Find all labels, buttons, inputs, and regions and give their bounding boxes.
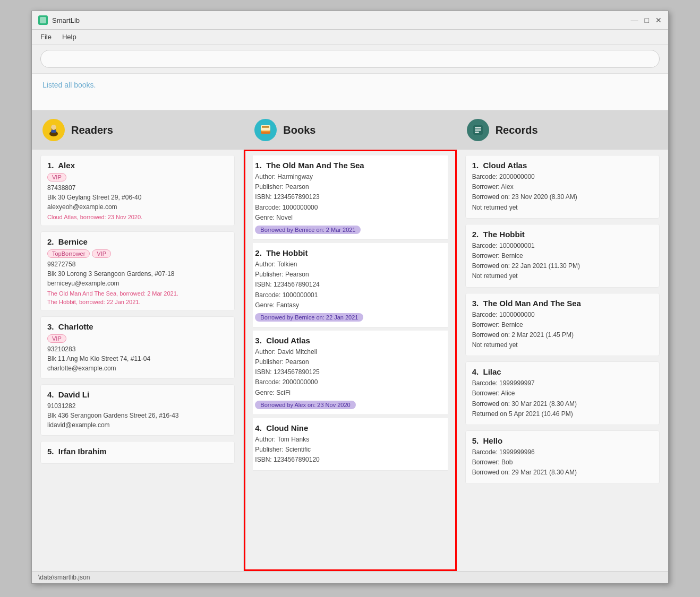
book-card: 3. Cloud Atlas Author: David Mitchell Pu… [253, 331, 447, 415]
record-card: 2. The Hobbit Barcode: 1000000001 Borrow… [465, 224, 660, 288]
reader-card: 4. David Li 91031282 Blk 436 Serangoon G… [40, 384, 235, 436]
col-header-readers: Readers [32, 116, 244, 144]
record-card: 5. Hello Barcode: 1999999996 Borrower: B… [465, 430, 660, 484]
svg-rect-13 [475, 132, 479, 133]
title-bar: SmartLib — □ ✕ [32, 11, 668, 30]
book-info: Author: David Mitchell Publisher: Pearso… [255, 347, 445, 398]
reader-badges: VIP [47, 333, 228, 344]
columns-header: Readers Books [32, 110, 668, 150]
book-title: 4. Cloud Nine [255, 423, 445, 432]
book-info: Author: Tolkien Publisher: Pearson ISBN:… [255, 259, 445, 310]
menu-bar: File Help [32, 30, 668, 45]
window-controls: — □ ✕ [631, 16, 662, 24]
books-icon [254, 119, 277, 141]
svg-rect-0 [40, 17, 46, 23]
record-card: 4. Lilac Barcode: 1999999997 Borrower: A… [465, 361, 660, 425]
footer-bar: \data\smartlib.json [32, 571, 668, 583]
menu-help[interactable]: Help [62, 33, 76, 41]
record-title: 2. The Hobbit [472, 230, 653, 239]
borrowed-text: Cloud Atlas, borrowed: 23 Nov 2020. [47, 214, 228, 220]
records-column: 1. Cloud Atlas Barcode: 2000000000 Borro… [457, 150, 668, 571]
borrowed-badge: Borrowed by Bernice on: 22 Jan 2021 [255, 313, 363, 322]
record-title: 4. Lilac [472, 367, 653, 376]
record-title: 1. Cloud Atlas [472, 161, 653, 170]
reader-info: 99272758 Blk 30 Lorong 3 Serangoon Garde… [47, 259, 228, 288]
reader-info: 93210283 Blk 11 Ang Mo Kio Street 74, #1… [47, 344, 228, 373]
record-card: 3. The Old Man And The Sea Barcode: 1000… [465, 293, 660, 357]
book-info: Author: Tom Hanks Publisher: Scientific … [255, 435, 445, 465]
reader-name: 3. Charlotte [47, 322, 228, 331]
book-info: Author: Harmingway Publisher: Pearson IS… [255, 172, 445, 223]
menu-file[interactable]: File [40, 33, 52, 41]
status-area: Listed all books. [32, 73, 668, 110]
title-bar-left: SmartLib [38, 15, 80, 25]
reader-card: 3. Charlotte VIP 93210283 Blk 11 Ang Mo … [40, 316, 235, 379]
book-card: 4. Cloud Nine Author: Tom Hanks Publishe… [253, 418, 447, 471]
svg-rect-9 [262, 127, 269, 128]
book-card: 2. The Hobbit Author: Tolkien Publisher:… [253, 243, 447, 327]
record-info: Barcode: 1000000000 Borrower: Bernice Bo… [472, 310, 653, 351]
records-icon [467, 119, 489, 141]
badge-vip: VIP [47, 334, 66, 343]
reader-name: 1. Alex [47, 161, 228, 170]
columns-body: 1. Alex VIP 87438807 Blk 30 Geylang Stre… [32, 150, 668, 571]
borrowed-badge: Borrowed by Alex on: 23 Nov 2020 [255, 401, 355, 409]
maximize-button[interactable]: □ [645, 16, 649, 24]
main-window: SmartLib — □ ✕ File Help Listed all book… [31, 11, 669, 584]
reader-badges: TopBorrowerVIP [47, 248, 228, 259]
app-icon [38, 15, 48, 25]
reader-badges: VIP [47, 172, 228, 183]
badge-vip: VIP [92, 249, 111, 258]
col-header-records: Records [456, 116, 668, 144]
record-title: 3. The Old Man And The Sea [472, 299, 653, 308]
search-input[interactable] [40, 50, 660, 68]
books-label: Books [283, 124, 315, 136]
status-text: Listed all books. [42, 81, 96, 89]
book-card: 1. The Old Man And The Sea Author: Harmi… [253, 155, 447, 240]
borrowed-text: The Old Man And The Sea, borrowed: 2 Mar… [47, 290, 228, 297]
reader-name: 2. Bernice [47, 237, 228, 246]
badge-topborrower: TopBorrower [47, 249, 90, 258]
record-info: Barcode: 2000000000 Borrower: Alex Borro… [472, 172, 653, 213]
search-bar-area [32, 45, 668, 73]
reader-name: 4. David Li [47, 390, 228, 399]
record-info: Barcode: 1000000001 Borrower: Bernice Bo… [472, 241, 653, 282]
minimize-button[interactable]: — [631, 16, 638, 24]
svg-rect-12 [475, 129, 481, 131]
col-header-books: Books [244, 116, 456, 144]
reader-card: 1. Alex VIP 87438807 Blk 30 Geylang Stre… [40, 155, 235, 226]
record-card: 1. Cloud Atlas Barcode: 2000000000 Borro… [465, 155, 660, 219]
svg-rect-4 [51, 130, 56, 133]
book-title: 3. Cloud Atlas [255, 336, 445, 345]
record-info: Barcode: 1999999997 Borrower: Alice Borr… [472, 378, 653, 419]
readers-icon [42, 119, 65, 141]
reader-card: 2. Bernice TopBorrowerVIP 99272758 Blk 3… [40, 231, 235, 311]
records-label: Records [496, 124, 538, 136]
reader-name: 5. Irfan Ibrahim [47, 447, 228, 456]
readers-column: 1. Alex VIP 87438807 Blk 30 Geylang Stre… [32, 150, 244, 571]
books-column: 1. The Old Man And The Sea Author: Harmi… [244, 150, 456, 571]
footer-path: \data\smartlib.json [38, 574, 90, 581]
book-title: 2. The Hobbit [255, 248, 445, 257]
svg-rect-8 [262, 126, 269, 127]
close-button[interactable]: ✕ [655, 16, 662, 24]
app-title: SmartLib [52, 16, 80, 24]
svg-rect-11 [475, 127, 481, 128]
borrowed-text: The Hobbit, borrowed: 22 Jan 2021. [47, 299, 228, 305]
borrowed-badge: Borrowed by Bernice on: 2 Mar 2021 [255, 226, 361, 234]
reader-info: 87438807 Blk 30 Geylang Street 29, #06-4… [47, 183, 228, 212]
reader-card: 5. Irfan Ibrahim [40, 441, 235, 464]
reader-info: 91031282 Blk 436 Serangoon Gardens Stree… [47, 401, 228, 430]
readers-label: Readers [71, 124, 113, 136]
svg-point-3 [51, 125, 56, 130]
book-title: 1. The Old Man And The Sea [255, 161, 445, 170]
record-info: Barcode: 1999999996 Borrower: Bob Borrow… [472, 447, 653, 478]
badge-vip: VIP [47, 173, 66, 181]
record-title: 5. Hello [472, 436, 653, 445]
